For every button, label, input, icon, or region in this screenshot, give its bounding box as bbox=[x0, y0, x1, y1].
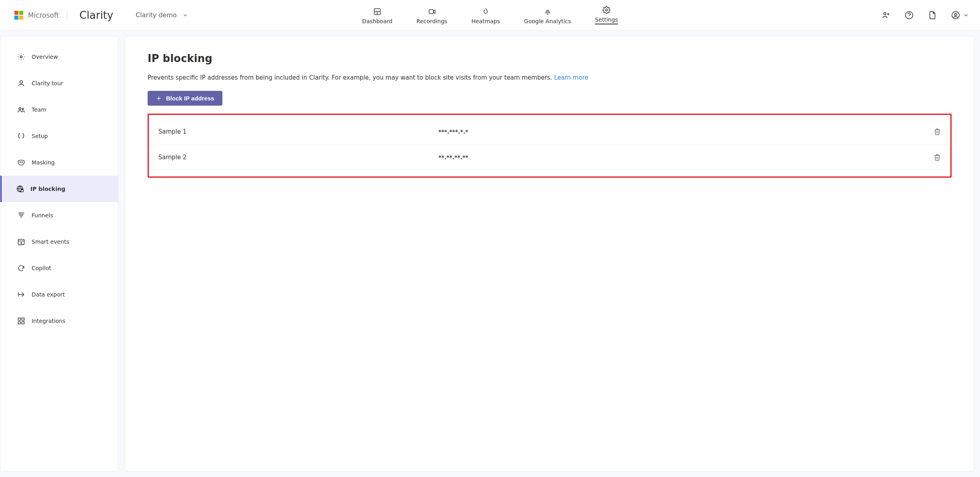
help-icon bbox=[905, 11, 914, 20]
video-icon bbox=[428, 8, 436, 16]
document-icon bbox=[928, 11, 937, 20]
ip-row-delete[interactable] bbox=[925, 154, 941, 161]
calendar-bolt-icon bbox=[17, 238, 25, 246]
gear-icon bbox=[602, 6, 610, 14]
grid-icon bbox=[17, 317, 25, 325]
trash-icon bbox=[934, 128, 941, 135]
sidebar-label: Team bbox=[32, 106, 46, 113]
svg-point-16 bbox=[22, 108, 24, 110]
sidebar-label: Masking bbox=[32, 159, 55, 166]
docs-button[interactable] bbox=[928, 11, 937, 20]
nav-dashboard[interactable]: Dashboard bbox=[362, 8, 392, 26]
nav-label: Dashboard bbox=[362, 18, 392, 24]
svg-rect-28 bbox=[22, 322, 24, 324]
nav-settings[interactable]: Settings bbox=[595, 6, 618, 26]
refresh-icon bbox=[17, 264, 25, 272]
sidebar-label: IP blocking bbox=[30, 186, 65, 192]
svg-point-13 bbox=[20, 56, 22, 58]
svg-point-17 bbox=[20, 162, 21, 162]
top-header: Microsoft Clarity Clarity demo Dashboard… bbox=[0, 0, 980, 30]
sidebar-item-team[interactable]: Team bbox=[2, 96, 118, 123]
svg-rect-3 bbox=[429, 10, 433, 14]
user-circle-icon bbox=[951, 11, 960, 20]
trash-icon bbox=[934, 154, 941, 161]
project-selector[interactable]: Clarity demo bbox=[136, 11, 188, 19]
sidebar-label: Clarity tour bbox=[32, 80, 63, 86]
sidebar-item-copilot[interactable]: Copilot bbox=[2, 255, 118, 281]
sidebar-label: Smart events bbox=[32, 238, 69, 245]
svg-point-18 bbox=[22, 162, 23, 162]
sidebar-item-funnels[interactable]: Funnels bbox=[2, 202, 118, 228]
page-title: IP blocking bbox=[148, 52, 952, 64]
nav-label: Settings bbox=[595, 16, 618, 24]
sidebar-label: Setup bbox=[32, 133, 48, 139]
chevron-down-icon bbox=[182, 12, 188, 18]
braces-icon bbox=[17, 132, 25, 140]
sidebar-label: Copilot bbox=[32, 265, 51, 271]
sidebar-item-setup[interactable]: Setup bbox=[2, 123, 118, 149]
sidebar-item-tour[interactable]: Clarity tour bbox=[2, 70, 118, 96]
button-label: Block IP address bbox=[166, 95, 214, 102]
nav-heatmaps[interactable]: Heatmaps bbox=[471, 8, 500, 26]
ip-row: Sample 1 ***.***.*.* bbox=[149, 119, 950, 144]
settings-sidebar: Overview Clarity tour Team Setup Masking… bbox=[0, 36, 118, 471]
sidebar-item-overview[interactable]: Overview bbox=[2, 44, 118, 70]
ip-row: Sample 2 **.**.**.** bbox=[149, 144, 950, 170]
ip-row-address: ***.***.*.* bbox=[438, 128, 925, 135]
svg-rect-25 bbox=[18, 318, 21, 321]
svg-rect-20 bbox=[21, 190, 24, 192]
learn-more-link[interactable]: Learn more bbox=[554, 74, 588, 81]
sidebar-item-masking[interactable]: Masking bbox=[2, 149, 118, 176]
ip-row-address: **.**.**.** bbox=[438, 154, 925, 160]
sidebar-item-integrations[interactable]: Integrations bbox=[2, 308, 118, 334]
sidebar-item-ip-blocking[interactable]: IP blocking bbox=[0, 176, 118, 202]
people-plus-icon bbox=[882, 11, 890, 20]
share-button[interactable] bbox=[882, 11, 890, 20]
svg-point-14 bbox=[20, 80, 23, 83]
nav-google-analytics[interactable]: Google Analytics bbox=[524, 8, 571, 26]
sidebar-item-smart-events[interactable]: Smart events bbox=[2, 228, 118, 255]
svg-point-11 bbox=[952, 11, 959, 18]
mask-icon bbox=[17, 158, 25, 166]
brand-separator bbox=[67, 10, 67, 21]
page-description: Prevents specific IP addresses from bein… bbox=[148, 74, 952, 81]
nav-recordings[interactable]: Recordings bbox=[416, 8, 447, 26]
primary-nav: Dashboard Recordings Heatmaps Google Ana… bbox=[362, 0, 618, 30]
flame-icon bbox=[482, 8, 490, 16]
globe-lock-icon bbox=[16, 185, 24, 193]
svg-rect-26 bbox=[22, 318, 24, 321]
nav-label: Google Analytics bbox=[524, 18, 571, 24]
stack-icon bbox=[544, 8, 552, 16]
ip-list-highlight: Sample 1 ***.***.*.* Sample 2 **.**.**.*… bbox=[148, 114, 952, 178]
arrow-right-icon bbox=[17, 291, 25, 299]
sidebar-label: Data export bbox=[32, 291, 65, 298]
sidebar-label: Funnels bbox=[32, 212, 53, 218]
header-actions bbox=[882, 11, 969, 20]
gear-icon bbox=[17, 53, 25, 61]
svg-point-15 bbox=[19, 108, 21, 110]
svg-point-12 bbox=[954, 13, 957, 16]
sidebar-item-data-export[interactable]: Data export bbox=[2, 281, 118, 308]
svg-point-5 bbox=[606, 9, 608, 11]
description-text: Prevents specific IP addresses from bein… bbox=[148, 74, 554, 81]
sidebar-label: Overview bbox=[32, 54, 58, 60]
ip-row-name: Sample 1 bbox=[158, 128, 438, 135]
block-ip-button[interactable]: Block IP address bbox=[148, 91, 222, 106]
product-name[interactable]: Clarity bbox=[79, 9, 113, 21]
org-label: Microsoft bbox=[28, 11, 59, 19]
user-menu[interactable] bbox=[951, 11, 969, 20]
people-icon bbox=[17, 106, 25, 114]
help-button[interactable] bbox=[905, 11, 914, 20]
funnel-icon bbox=[17, 211, 25, 219]
chevron-down-icon bbox=[963, 12, 969, 18]
layout-icon bbox=[373, 8, 381, 16]
project-name: Clarity demo bbox=[136, 11, 177, 19]
sidebar-label: Integrations bbox=[32, 318, 65, 324]
svg-point-6 bbox=[884, 12, 886, 14]
nav-label: Recordings bbox=[416, 18, 447, 24]
ip-row-name: Sample 2 bbox=[158, 154, 438, 161]
microsoft-logo-icon bbox=[14, 11, 23, 20]
ip-row-delete[interactable] bbox=[925, 128, 941, 135]
main-panel: IP blocking Prevents specific IP address… bbox=[125, 36, 974, 471]
plus-icon bbox=[156, 95, 162, 102]
